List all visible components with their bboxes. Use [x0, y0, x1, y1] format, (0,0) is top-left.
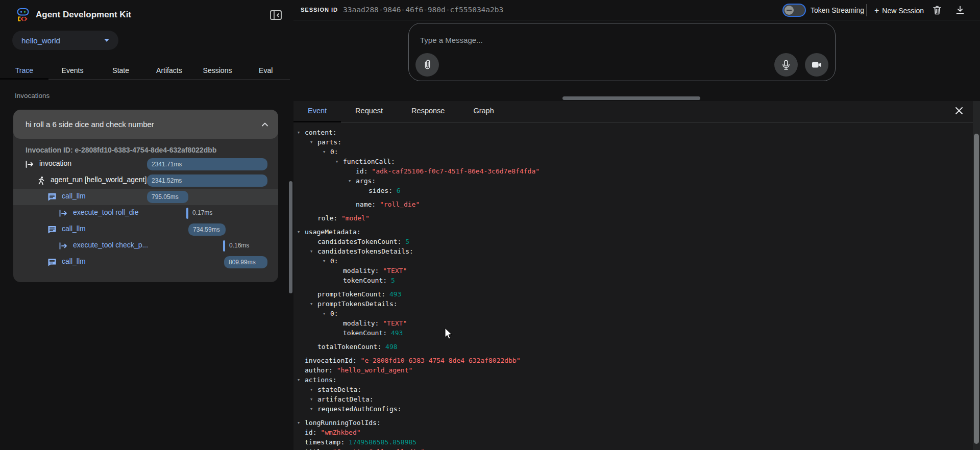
json-line-0[interactable]: ▼0:: [298, 256, 540, 266]
json-line-promptTokensDetails[interactable]: ▼promptTokensDetails:: [298, 299, 540, 309]
agent-select-value: hello_world: [21, 36, 104, 45]
sidebar-scrollbar[interactable]: [289, 181, 292, 293]
trace-duration-tick: [223, 240, 225, 252]
invocation-card-header[interactable]: hi roll a 6 side dice and check number: [13, 110, 278, 139]
download-session-icon[interactable]: [954, 5, 966, 16]
trace-span-label: call_llm: [62, 224, 86, 233]
expand-triangle-icon[interactable]: ▼: [310, 299, 317, 309]
expand-triangle-icon[interactable]: ▼: [310, 138, 317, 147]
expand-triangle-icon[interactable]: ▼: [349, 177, 356, 186]
topbar-divider: [866, 4, 867, 16]
expand-triangle-icon[interactable]: ▼: [310, 385, 317, 395]
trace-duration-bar: 795.05ms: [147, 191, 188, 203]
json-line-modality: modality: "TEXT": [298, 266, 540, 276]
trace-duration-bar: 2341.71ms: [147, 158, 267, 170]
trace-span-list: invocation2341.71ms agent_run [hello_wor…: [13, 156, 278, 270]
trace-span-execute-tool-check-p-[interactable]: execute_tool check_p...0.16ms: [13, 238, 278, 254]
sidebar-tab-trace[interactable]: Trace: [0, 64, 48, 79]
json-line-id: id: "adk-caf25106-f0c7-451f-86e4-3c6d7e8…: [298, 166, 540, 176]
new-session-button[interactable]: +New Session: [874, 6, 924, 15]
json-line-actions[interactable]: ▼actions:: [298, 375, 540, 385]
json-line-content[interactable]: ▼content:: [298, 128, 540, 137]
json-line-author: author: "hello_world_agent": [298, 365, 540, 375]
adk-logo-icon: [15, 7, 31, 22]
json-line-name: name: "roll_die": [298, 199, 540, 209]
json-line-longRunningToolIds[interactable]: ▼longRunningToolIds:: [298, 418, 540, 428]
trace-duration-bar: 2341.52ms: [147, 174, 267, 187]
invocation-card: hi roll a 6 side dice and check number I…: [13, 110, 278, 282]
expand-triangle-icon[interactable]: ▼: [310, 247, 317, 257]
detail-tab-event[interactable]: Event: [293, 101, 341, 122]
detail-tab-graph[interactable]: Graph: [459, 101, 508, 122]
trace-span-call-llm[interactable]: call_llm734.59ms: [13, 221, 278, 238]
delete-session-icon[interactable]: [932, 5, 943, 16]
expand-triangle-icon[interactable]: ▼: [298, 128, 305, 138]
horizontal-scrollbar[interactable]: [562, 96, 700, 100]
json-line-title: title: "functionCall:roll_die": [298, 447, 540, 450]
expand-triangle-icon[interactable]: ▼: [310, 405, 317, 414]
trace-span-call-llm[interactable]: call_llm809.99ms: [13, 254, 278, 270]
trace-span-label: invocation: [39, 159, 71, 167]
json-line-candidatesTokensDetails[interactable]: ▼candidatesTokensDetails:: [298, 246, 540, 256]
sidebar-tab-artifacts[interactable]: Artifacts: [145, 64, 193, 79]
close-icon[interactable]: [952, 104, 966, 118]
sidebar-tab-events[interactable]: Events: [48, 64, 97, 79]
attach-file-icon[interactable]: [415, 53, 439, 77]
mouse-cursor: [444, 328, 453, 340]
microphone-icon[interactable]: [774, 53, 798, 77]
invocation-prompt: hi roll a 6 side dice and check number: [26, 120, 261, 129]
trace-span-label: execute_tool roll_die: [73, 208, 138, 216]
json-line-usageMetadata[interactable]: ▼usageMetadata:: [298, 227, 540, 237]
expand-triangle-icon[interactable]: ▼: [310, 395, 317, 405]
token-streaming-label: Token Streaming: [811, 6, 864, 14]
scrollbar-thumb[interactable]: [974, 134, 979, 444]
chat-area: Type a Message...: [293, 21, 980, 101]
trace-duration-label: 0.17ms: [192, 209, 212, 216]
trace-span-execute-tool-roll-die[interactable]: execute_tool roll_die0.17ms: [13, 205, 278, 221]
sidebar-tab-sessions[interactable]: Sessions: [193, 64, 242, 79]
expand-triangle-icon[interactable]: ▼: [298, 376, 305, 385]
json-line-0[interactable]: ▼0:: [298, 147, 540, 157]
enter-arrow-icon: [59, 209, 68, 218]
trace-span-call-llm[interactable]: call_llm795.05ms: [13, 189, 278, 205]
json-line-tokenCount: tokenCount: 5: [298, 276, 540, 285]
json-line-requestedAuthConfigs[interactable]: ▼requestedAuthConfigs:: [298, 404, 540, 414]
json-line-tokenCount: tokenCount: 493: [298, 328, 540, 338]
video-camera-icon[interactable]: [805, 53, 828, 77]
trace-duration-bar: 734.59ms: [188, 223, 226, 236]
expand-triangle-icon[interactable]: ▼: [298, 228, 305, 237]
agent-select-dropdown[interactable]: hello_world: [12, 31, 118, 50]
json-line-functionCall[interactable]: ▼functionCall:: [298, 157, 540, 166]
detail-tab-response[interactable]: Response: [397, 101, 459, 122]
expand-triangle-icon[interactable]: ▼: [323, 147, 330, 157]
sidebar-tabs: TraceEventsStateArtifactsSessionsEval: [0, 64, 290, 80]
json-line-parts[interactable]: ▼parts:: [298, 137, 540, 147]
invocation-id: Invocation ID: e-2808fd10-6383-4754-8de4…: [26, 146, 278, 154]
json-line-artifactDelta[interactable]: ▼artifactDelta:: [298, 394, 540, 404]
sidebar: Agent Development Kit hello_world TraceE…: [0, 0, 290, 450]
sidebar-tab-state[interactable]: State: [96, 64, 145, 79]
expand-triangle-icon[interactable]: ▼: [298, 418, 305, 428]
json-line-stateDelta[interactable]: ▼stateDelta:: [298, 385, 540, 394]
trace-duration-label: 0.16ms: [229, 242, 249, 249]
detail-tab-request[interactable]: Request: [341, 101, 397, 122]
message-input-box[interactable]: Type a Message...: [408, 23, 836, 81]
json-line-promptTokenCount: promptTokenCount: 493: [298, 289, 540, 299]
expand-triangle-icon[interactable]: ▼: [336, 157, 343, 167]
json-line-0[interactable]: ▼0:: [298, 309, 540, 318]
sidebar-tab-eval[interactable]: Eval: [241, 64, 290, 79]
expand-triangle-icon[interactable]: ▼: [323, 309, 330, 319]
trace-duration-bar: 809.99ms: [224, 256, 267, 268]
toggle-knob: [785, 6, 794, 15]
session-topbar: SESSION ID 33aad288-9846-46f6-980d-cf555…: [293, 0, 980, 20]
collapse-sidebar-icon[interactable]: [270, 9, 283, 21]
json-line-args[interactable]: ▼args:: [298, 176, 540, 186]
trace-span-agent-run-hello-world-agent-[interactable]: agent_run [hello_world_agent]2341.52ms: [13, 172, 278, 189]
sidebar-header: Agent Development Kit: [0, 0, 290, 29]
json-line-modality: modality: "TEXT": [298, 318, 540, 328]
chat-icon: [47, 225, 57, 234]
trace-span-invocation[interactable]: invocation2341.71ms: [13, 156, 278, 172]
token-streaming-toggle[interactable]: [782, 4, 806, 17]
trace-duration-tick: [186, 208, 188, 219]
expand-triangle-icon[interactable]: ▼: [323, 257, 330, 266]
